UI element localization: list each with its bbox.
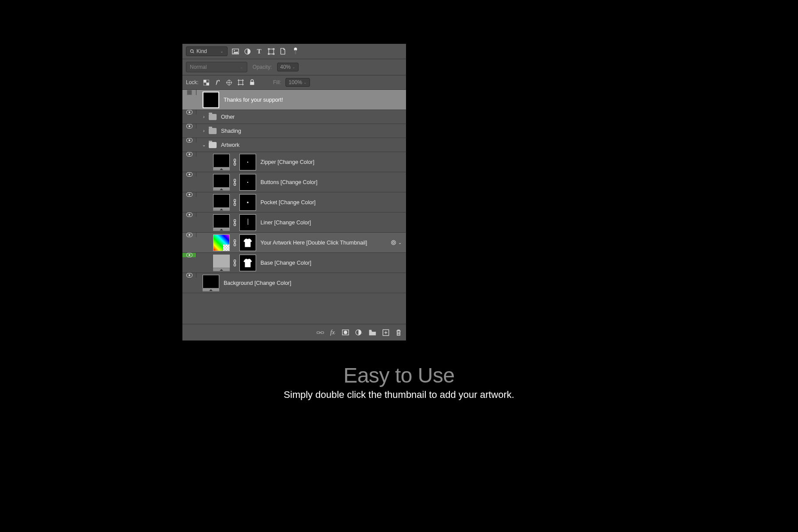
opacity-label: Opacity:	[253, 64, 272, 70]
blend-mode-value: Normal	[190, 64, 207, 70]
link-icon[interactable]	[232, 219, 238, 226]
layer-name: Base [Change Color]	[260, 260, 311, 266]
layer-name: Shading	[221, 128, 241, 134]
pixel-layer-filter-icon[interactable]	[232, 47, 239, 55]
new-layer-icon[interactable]	[382, 329, 389, 336]
fill-label: Fill:	[273, 79, 281, 85]
visibility-toggle[interactable]	[182, 138, 196, 142]
link-layers-icon[interactable]	[317, 330, 324, 335]
link-icon[interactable]	[232, 239, 238, 246]
expand-toggle[interactable]: ›	[201, 114, 207, 119]
layer-row[interactable]: Liner [Change Color]	[182, 213, 406, 233]
fx-icon[interactable]: fx.	[330, 329, 336, 336]
svg-rect-8	[268, 53, 269, 54]
svg-rect-24	[250, 82, 254, 85]
promo-subtitle: Simply double click the thumbnail to add…	[284, 389, 514, 401]
visibility-toggle[interactable]	[182, 172, 196, 177]
add-mask-icon[interactable]	[342, 330, 349, 335]
visibility-toggle[interactable]	[182, 233, 196, 237]
layer-mask-thumbnail[interactable]	[239, 234, 256, 251]
type-layer-filter-icon[interactable]: T	[255, 47, 263, 55]
shape-layer-filter-icon[interactable]	[267, 47, 275, 55]
link-icon[interactable]	[232, 259, 238, 266]
link-icon[interactable]	[232, 159, 238, 166]
visibility-toggle[interactable]	[182, 273, 196, 277]
layers-list: Thanks for your support! › Other › Shadi…	[182, 90, 406, 293]
lock-all-icon[interactable]	[249, 79, 256, 86]
folder-open-icon	[209, 142, 217, 148]
kind-filter-select[interactable]: Kind ⌄	[186, 46, 228, 56]
layer-row[interactable]: Your Artwork Here [Double Click Thumbnai…	[182, 233, 406, 253]
layer-filters-indicator[interactable]: ⌄	[391, 240, 402, 245]
svg-rect-6	[268, 48, 269, 50]
chevron-down-icon: ⌄	[240, 65, 243, 69]
smart-object-thumbnail[interactable]	[213, 154, 230, 170]
blend-opacity-row: Normal ⌄ Opacity: 40% ⌄	[182, 59, 406, 75]
link-icon[interactable]	[232, 179, 238, 186]
layer-row[interactable]: Pocket [Change Color]	[182, 192, 406, 213]
visibility-toggle[interactable]	[182, 124, 196, 128]
layer-mask-thumbnail[interactable]	[239, 154, 256, 170]
layer-row[interactable]: Buttons [Change Color]	[182, 172, 406, 192]
lock-transparent-icon[interactable]	[203, 79, 210, 86]
lock-label: Lock:	[186, 79, 199, 85]
visibility-toggle[interactable]	[182, 90, 196, 95]
layer-row[interactable]: Background [Change Color]	[182, 273, 406, 293]
smart-object-filter-icon[interactable]	[279, 47, 287, 55]
filter-toggle-icon[interactable]	[292, 47, 299, 55]
layer-row[interactable]: ⌄ Artwork	[182, 138, 406, 152]
smart-object-thumbnail[interactable]	[213, 194, 230, 211]
lock-artboard-icon[interactable]	[237, 79, 244, 86]
layer-mask-thumbnail[interactable]	[239, 194, 256, 211]
layer-row[interactable]: Base [Change Color]	[182, 253, 406, 273]
link-icon[interactable]	[232, 199, 238, 206]
visibility-toggle[interactable]	[182, 192, 196, 197]
smart-object-thumbnail[interactable]	[213, 174, 230, 191]
expand-toggle[interactable]: ›	[201, 128, 207, 133]
lock-image-icon[interactable]	[214, 79, 221, 86]
smart-object-thumbnail[interactable]	[213, 214, 230, 231]
smart-object-thumbnail[interactable]	[213, 234, 230, 251]
visibility-toggle[interactable]	[182, 152, 196, 156]
eye-icon	[186, 273, 192, 277]
visibility-off-icon	[187, 90, 192, 95]
eye-icon	[186, 124, 192, 128]
layer-row[interactable]: › Other	[182, 110, 406, 124]
smart-object-thumbnail[interactable]	[213, 255, 230, 271]
blend-mode-select[interactable]: Normal ⌄	[186, 62, 247, 72]
search-icon	[190, 49, 195, 54]
svg-rect-13	[203, 80, 207, 83]
layer-row[interactable]: Thanks for your support!	[182, 90, 406, 110]
delete-icon[interactable]	[395, 329, 402, 336]
layer-mask-thumbnail[interactable]	[239, 255, 256, 271]
layer-name: Thanks for your support!	[224, 97, 283, 103]
visibility-toggle[interactable]	[182, 110, 196, 114]
layer-mask-thumbnail[interactable]	[239, 214, 256, 231]
svg-line-1	[193, 52, 194, 53]
new-group-icon[interactable]	[369, 330, 376, 336]
adjustment-layer-filter-icon[interactable]	[243, 47, 251, 55]
eye-icon	[186, 172, 192, 177]
opacity-input[interactable]: 40% ⌄	[277, 63, 299, 71]
layer-mask-thumbnail[interactable]	[239, 174, 256, 191]
chevron-down-icon: ⌄	[398, 240, 402, 245]
folder-icon	[209, 128, 217, 134]
layer-name: Pocket [Change Color]	[260, 199, 316, 206]
visibility-toggle[interactable]	[182, 213, 196, 217]
layer-row[interactable]: › Shading	[182, 124, 406, 138]
lock-position-icon[interactable]	[226, 79, 233, 86]
svg-point-0	[190, 50, 193, 52]
svg-point-49	[344, 331, 347, 334]
adjustment-icon[interactable]: .	[355, 329, 363, 336]
fill-input[interactable]: 100% ⌄	[285, 78, 310, 87]
visibility-toggle[interactable]	[182, 253, 196, 257]
layer-thumbnail[interactable]	[203, 92, 219, 108]
expand-toggle[interactable]: ⌄	[201, 142, 207, 147]
layer-row[interactable]: Zipper [Change Color]	[182, 152, 406, 172]
layer-name: Zipper [Change Color]	[260, 159, 314, 165]
chevron-down-icon: ⌄	[303, 80, 307, 85]
smart-object-thumbnail[interactable]	[203, 275, 219, 291]
eye-icon	[186, 138, 192, 142]
promo-title: Easy to Use	[284, 363, 514, 387]
panel-footer: fx. .	[182, 324, 406, 340]
